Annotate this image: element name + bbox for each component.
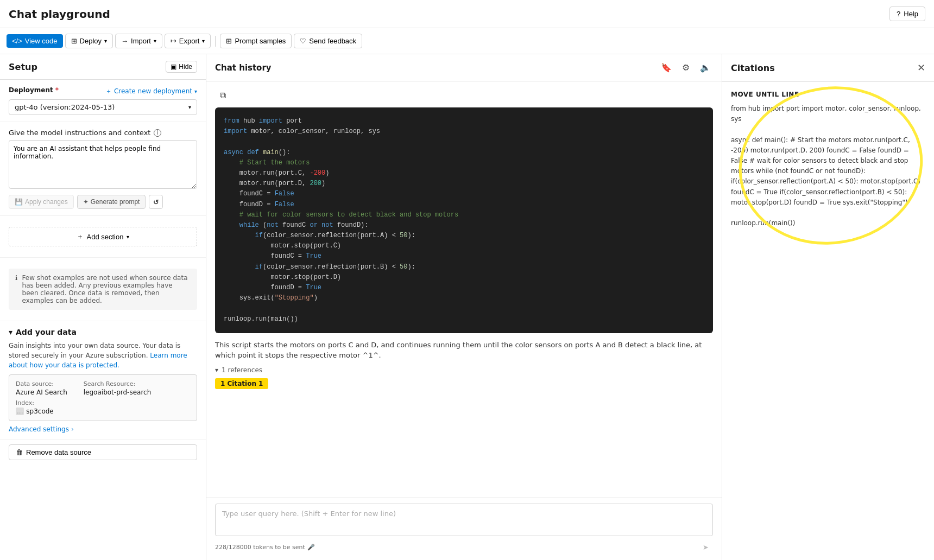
settings-icon-button[interactable]: ⚙ bbox=[678, 60, 693, 75]
copy-button[interactable]: ⧉ bbox=[215, 88, 230, 103]
token-count: 228/128000 tokens to be sent 🎤 bbox=[215, 544, 315, 551]
info-circle-icon: ℹ bbox=[15, 274, 18, 304]
generate-prompt-button[interactable]: ✦ Generate prompt bbox=[77, 195, 146, 209]
toolbar: </> View code ⊞ Deploy ▾ → Import ▾ ↦ Ex… bbox=[0, 28, 934, 54]
help-button[interactable]: ? Help bbox=[889, 7, 925, 21]
chat-input-footer: 228/128000 tokens to be sent 🎤 ➤ bbox=[215, 539, 713, 555]
references-count: 1 references bbox=[222, 366, 262, 374]
code-block: from hub import port import motor, color… bbox=[215, 107, 713, 333]
import-icon: → bbox=[121, 37, 128, 45]
add-section-area: ＋ Add section ▾ bbox=[0, 216, 206, 258]
trash-icon: 🗑 bbox=[16, 448, 23, 456]
apply-changes-button[interactable]: 💾 Apply changes bbox=[9, 195, 74, 209]
info-box: ℹ Few shot examples are not used when so… bbox=[9, 269, 197, 310]
add-icon: ＋ bbox=[77, 232, 84, 241]
copy-area: ⧉ bbox=[215, 88, 713, 103]
deploy-icon: ⊞ bbox=[71, 37, 77, 45]
instructions-textarea[interactable]: You are an AI assistant that helps peopl… bbox=[9, 140, 197, 189]
citations-title: Citations bbox=[731, 63, 775, 73]
instructions-label: Give the model instructions and context … bbox=[9, 129, 197, 137]
sidebar-header: Setup ▣ Hide bbox=[0, 54, 206, 80]
import-chevron-icon: ▾ bbox=[154, 38, 156, 44]
sparkle-icon: ✦ bbox=[83, 198, 89, 206]
add-section-chevron-icon: ▾ bbox=[127, 234, 129, 240]
refresh-button[interactable]: ↺ bbox=[149, 195, 163, 209]
citation-text: from hub import port import motor, color… bbox=[731, 104, 925, 228]
chat-input-box[interactable]: Type user query here. (Shift + Enter for… bbox=[215, 504, 713, 536]
help-icon: ? bbox=[897, 10, 900, 18]
index-value: sp3code bbox=[26, 408, 53, 415]
remove-data-source-button[interactable]: 🗑 Remove data source bbox=[9, 444, 197, 460]
deployment-select[interactable]: gpt-4o (version:2024-05-13) ▾ bbox=[9, 99, 197, 115]
deploy-chevron-icon: ▾ bbox=[104, 38, 107, 44]
hide-icon: ▣ bbox=[171, 63, 176, 71]
hide-button[interactable]: ▣ Hide bbox=[166, 61, 197, 73]
chat-area: Chat history 🔖 ⚙ 🔈 ⧉ from hub import por… bbox=[206, 54, 722, 560]
your-data-section: ▾ Add your data Gain insights into your … bbox=[0, 321, 206, 440]
send-feedback-button[interactable]: ♡ Send feedback bbox=[294, 34, 362, 48]
references-row[interactable]: ▾ 1 references bbox=[215, 366, 713, 374]
create-deployment-link[interactable]: ＋ Create new deployment ▾ bbox=[105, 87, 197, 96]
sidebar: Setup ▣ Hide Deployment * ＋ Create new d… bbox=[0, 54, 206, 560]
plus-icon: ＋ bbox=[105, 87, 112, 96]
view-code-button[interactable]: </> View code bbox=[7, 34, 63, 48]
microphone-icon: 🎤 bbox=[307, 544, 315, 551]
save-icon: 💾 bbox=[15, 198, 23, 206]
chat-header-icons: 🔖 ⚙ 🔈 bbox=[659, 60, 713, 75]
your-data-title[interactable]: ▾ Add your data bbox=[9, 328, 197, 336]
info-icon: i bbox=[154, 129, 161, 137]
bookmark-icon-button[interactable]: 🔖 bbox=[659, 60, 674, 75]
your-data-description: Gain insights into your own data source.… bbox=[9, 341, 197, 370]
import-button[interactable]: → Import ▾ bbox=[115, 34, 162, 48]
close-citations-button[interactable]: ✕ bbox=[917, 62, 925, 74]
chat-input-area: Type user query here. (Shift + Enter for… bbox=[206, 498, 722, 560]
data-source-box: Data source: Azure AI Search Search Reso… bbox=[9, 374, 197, 421]
top-bar: Chat playground ? Help bbox=[0, 0, 934, 28]
citation-chip[interactable]: 1 Citation 1 bbox=[215, 378, 268, 389]
citation-section-title: MOVE UNTIL LINE bbox=[731, 91, 925, 98]
export-button[interactable]: ↦ Export ▾ bbox=[165, 34, 211, 48]
toolbar-separator bbox=[215, 36, 216, 47]
page-title: Chat playground bbox=[9, 8, 110, 21]
chat-header: Chat history 🔖 ⚙ 🔈 bbox=[206, 54, 722, 81]
expand-references-icon: ▾ bbox=[215, 366, 218, 374]
search-resource-field: Search Resource: legoaibot-prd-search bbox=[84, 380, 152, 396]
deployment-section: Deployment * ＋ Create new deployment ▾ g… bbox=[0, 80, 206, 122]
feedback-icon: ♡ bbox=[300, 37, 306, 45]
expand-icon: ▾ bbox=[9, 328, 12, 336]
audio-icon-button[interactable]: 🔈 bbox=[698, 60, 713, 75]
citations-panel: Citations ✕ MOVE UNTIL LINE from hub imp… bbox=[722, 54, 934, 560]
instructions-section: Give the model instructions and context … bbox=[0, 122, 206, 216]
prompt-samples-button[interactable]: ⊞ Prompt samples bbox=[220, 34, 292, 48]
create-chevron-icon: ▾ bbox=[194, 88, 197, 94]
deploy-button[interactable]: ⊞ Deploy ▾ bbox=[65, 34, 113, 48]
action-buttons: 💾 Apply changes ✦ Generate prompt ↺ bbox=[9, 195, 197, 209]
code-icon: </> bbox=[12, 37, 22, 45]
select-chevron-icon: ▾ bbox=[188, 104, 191, 110]
advanced-settings-link[interactable]: Advanced settings › bbox=[9, 425, 197, 433]
send-button[interactable]: ➤ bbox=[698, 539, 713, 555]
chevron-right-icon: › bbox=[71, 425, 74, 433]
refresh-icon: ↺ bbox=[153, 198, 159, 206]
citation-chip-area: 1 Citation 1 bbox=[215, 378, 713, 389]
input-placeholder: Type user query here. (Shift + Enter for… bbox=[222, 510, 396, 518]
data-source-field: Data source: Azure AI Search bbox=[16, 380, 67, 396]
citations-content: MOVE UNTIL LINE from hub import port imp… bbox=[722, 82, 934, 560]
add-section-button[interactable]: ＋ Add section ▾ bbox=[9, 227, 197, 246]
export-chevron-icon: ▾ bbox=[202, 38, 205, 44]
deployment-label: Deployment * bbox=[9, 86, 59, 94]
setup-title: Setup bbox=[9, 62, 37, 72]
index-prefix: ... bbox=[16, 408, 24, 415]
main-layout: Setup ▣ Hide Deployment * ＋ Create new d… bbox=[0, 54, 934, 560]
required-marker: * bbox=[55, 86, 59, 94]
citations-header: Citations ✕ bbox=[722, 54, 934, 82]
response-text: This script starts the motors on ports C… bbox=[215, 340, 713, 361]
chat-title: Chat history bbox=[215, 63, 272, 73]
chat-messages: ⧉ from hub import port import motor, col… bbox=[206, 81, 722, 498]
grid-icon: ⊞ bbox=[226, 37, 232, 45]
info-section: ℹ Few shot examples are not used when so… bbox=[0, 258, 206, 321]
data-source-row-1: Data source: Azure AI Search Search Reso… bbox=[16, 380, 190, 396]
index-field: Index: ... sp3code bbox=[16, 399, 190, 415]
export-icon: ↦ bbox=[171, 37, 176, 45]
